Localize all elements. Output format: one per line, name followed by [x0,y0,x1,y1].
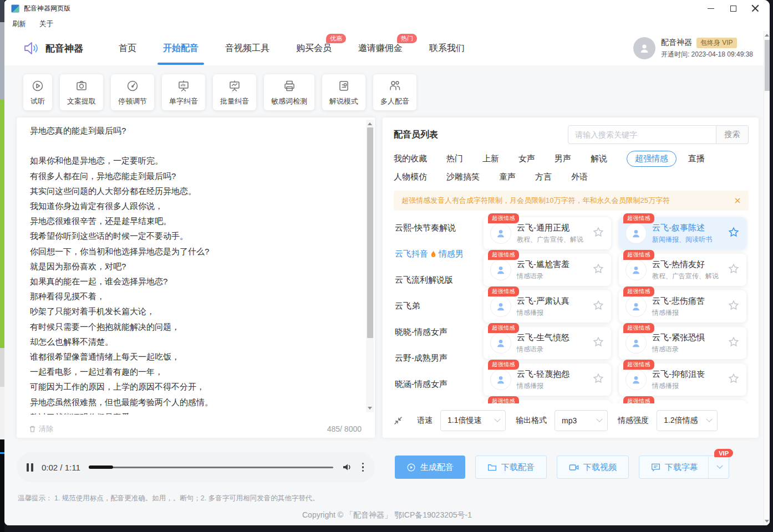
narration-mode-button[interactable]: 解说模式 [322,74,365,110]
favorite-star-button[interactable] [728,336,740,350]
search-button[interactable]: 搜索 [716,125,749,144]
sensitive-word-check-button[interactable]: 敏感词检测 [264,74,314,110]
voice-name-item[interactable]: 云熙-快节奏解说 [395,219,476,237]
scroll-up-icon[interactable] [368,122,372,125]
category-tab[interactable]: 超强情感 [627,151,677,167]
nav-item[interactable]: 音视频工具 [225,43,269,54]
multi-voice-button[interactable]: 多人配音 [373,74,416,110]
favorite-star-button[interactable] [592,336,604,350]
scroll-down-icon[interactable] [765,520,769,523]
chevron-down-icon[interactable] [716,463,723,469]
audio-player[interactable]: 0:02 / 1:11 [17,452,375,482]
voice-card[interactable]: 超强情感 [484,400,611,403]
player-menu-button[interactable] [361,462,365,473]
format-select[interactable]: mp3 [555,410,608,431]
category-tab[interactable]: 男声 [555,154,571,164]
voice-name-item[interactable]: 云飞弟 [395,298,476,315]
single-char-fix-button[interactable]: 单字纠音 [162,74,205,110]
category-tab[interactable]: 解说 [591,154,607,164]
batch-fix-button[interactable]: 批量纠音 [213,74,256,110]
pause-button[interactable] [27,463,33,472]
search-input[interactable] [568,125,716,144]
voice-card[interactable]: 超强情感 云飞-通用正规 教程、广告宣传、解说 [484,217,611,249]
favorite-star-button[interactable] [728,263,740,277]
script-text[interactable]: 异地恋真的能走到最后吗? 如果你和他是异地恋，一定要听完。 有很多人都在问，异地… [30,123,358,415]
scrollbar-thumb[interactable] [367,127,373,338]
voice-card-name: 云飞-紧张恐惧 [652,332,705,343]
nav-item[interactable]: 联系我们 [429,43,465,54]
voice-card[interactable]: 超强情感 云飞-轻蔑抱怨 情感播报 [484,364,611,396]
logo[interactable]: 配音神器 [23,41,83,55]
minimize-button[interactable] [700,1,722,16]
avatar[interactable] [633,37,655,59]
favorite-star-button[interactable] [728,299,740,314]
nav-item[interactable]: 邀请赚佣金 热门 [358,43,403,54]
voice-name-item[interactable]: 云飞流利解说版 [395,272,476,289]
close-button[interactable] [744,1,766,16]
voice-card[interactable]: 超强情感 云飞-热情友好 教程、广告宣传、解说 [619,254,746,286]
category-tab[interactable]: 外语 [571,172,588,182]
voice-name-item[interactable]: 晓涵-情感女声 [395,376,476,393]
page-scrollbar[interactable] [764,31,770,525]
people-icon [388,79,401,93]
nav-item[interactable]: 开始配音 [163,43,199,54]
category-tab[interactable]: 女声 [518,154,535,164]
category-tab[interactable]: 人物模仿 [394,172,427,182]
category-tab[interactable]: 上新 [482,154,499,164]
favorite-star-button[interactable] [728,226,740,241]
menu-item[interactable]: 刷新 [12,19,26,29]
background-window-sliver [0,348,4,387]
category-tab[interactable]: 直播 [688,154,705,164]
text-extract-button[interactable]: 文案提取 [60,74,103,110]
seek-bar[interactable] [89,466,333,469]
voice-card[interactable]: 超强情感 云飞-严肃认真 情感播报 [484,290,611,323]
emotion-select[interactable]: 1.2倍情感 [657,410,718,431]
voice-name-item[interactable]: 晓晓-情感女声 [395,324,476,341]
voice-card[interactable]: 超强情感 云飞-生气愤怒 情感语录 [484,327,611,359]
generate-voice-button[interactable]: 生成配音 [395,456,465,479]
preview-button[interactable]: 试听 [23,74,52,110]
favorite-star-button[interactable] [728,372,740,387]
download-video-button[interactable]: 下载视频 [557,456,629,479]
voice-card[interactable]: 超强情感 [619,400,746,403]
voice-card[interactable]: 超强情感 云飞-抑郁沮丧 情感播报 [619,364,746,396]
favorite-star-button[interactable] [592,226,604,241]
clear-text-button[interactable]: 清除 [29,424,53,434]
voice-name-list: 云熙-快节奏解说 云飞抖音 情感男 云飞流利解说版 [394,213,478,403]
maximize-button[interactable] [722,1,744,16]
voice-card[interactable]: 超强情感 云飞-紧张恐惧 情感语录 [619,327,746,359]
collapse-panel-icon[interactable] [394,416,403,425]
scrollbar-thumb[interactable] [765,40,770,91]
favorite-star-button[interactable] [592,372,604,387]
menu-item[interactable]: 关于 [39,19,53,29]
favorite-star-button[interactable] [592,263,604,277]
category-tab[interactable]: 方言 [535,172,552,182]
favorite-star-button[interactable] [592,299,604,314]
voice-name-item[interactable]: 云飞抖音 情感男 [395,245,476,263]
volume-button[interactable] [342,462,353,473]
category-tab[interactable]: 沙雕搞笑 [446,172,480,182]
voice-name-item[interactable]: 云野-成熟男声 [395,350,476,367]
pause-adjust-button[interactable]: 停顿调节 [111,74,154,110]
speed-select[interactable]: 1.1倍慢速 [440,410,506,431]
desktop-background [0,0,4,22]
scroll-down-icon[interactable] [368,407,372,410]
voice-card[interactable]: 超强情感 云飞-尴尬害羞 情感语录 [484,254,611,286]
user-area[interactable]: 配音神器 包终身 VIP 开通时间: 2023-04-18 09:49:38 [633,37,753,59]
voice-card[interactable]: 超强情感 云飞-叙事陈述 新闻播报、阅读听书 [619,217,746,249]
download-audio-button[interactable]: 下载配音 [475,456,547,479]
category-tab[interactable]: 童声 [499,172,516,182]
nav-item[interactable]: 购买会员 优惠 [296,43,332,54]
category-tab[interactable]: 热门 [446,154,463,164]
scroll-up-icon[interactable] [765,34,769,37]
editor-scrollbar[interactable] [366,120,374,412]
notice-close-button[interactable] [734,197,741,204]
voice-card[interactable]: 超强情感 云飞-悲伤痛苦 情感播报 [619,290,746,323]
download-subtitle-button[interactable]: VIP 下载字幕 [639,456,729,479]
voice-avatar [625,296,647,317]
script-editor[interactable]: 异地恋真的能走到最后吗? 如果你和他是异地恋，一定要听完。 有很多人都在问，异地… [17,117,375,438]
category-tab[interactable]: 我的收藏 [394,154,427,164]
minimize-icon [708,8,714,9]
emotion-badge: 超强情感 [623,360,654,370]
nav-item[interactable]: 首页 [119,43,136,54]
